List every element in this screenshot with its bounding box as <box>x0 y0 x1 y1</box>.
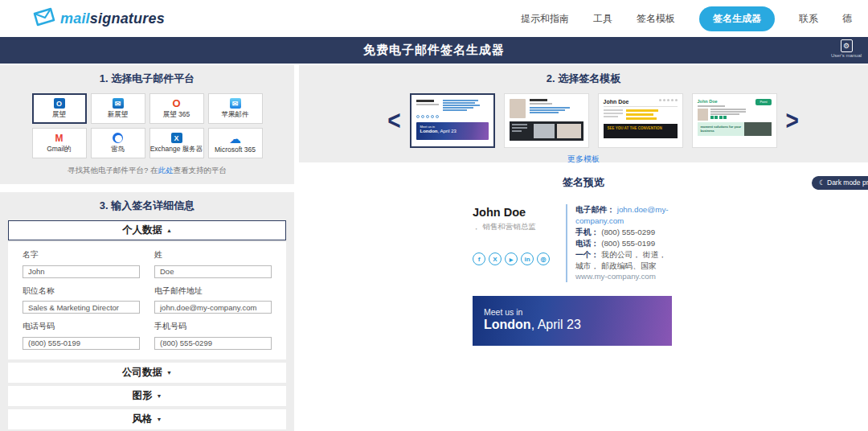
platform-tile-apple-mail[interactable]: ✉ 苹果邮件 <box>208 93 263 124</box>
mini-photo <box>510 99 526 118</box>
preview-job-title: ， 销售和营销总监 <box>473 222 566 232</box>
template-thumb-photo[interactable] <box>504 93 589 148</box>
mini-green-banner: moment solutions for your business <box>698 122 772 136</box>
contact-address: 一个： 我的公司， 街道， 城市， 邮政编码、国家 <box>575 249 674 272</box>
template-thumb-convention[interactable]: John Doe SEE YOU AT THE CONVENTION <box>598 93 683 148</box>
email-input[interactable] <box>154 301 272 314</box>
mobile-input[interactable] <box>154 337 272 350</box>
platform-tile-thunderbird[interactable]: 雷鸟 <box>91 128 145 158</box>
logo[interactable]: mailsignatures <box>32 7 165 30</box>
envelope-logo-icon <box>32 7 56 30</box>
platform-tile-new-outlook[interactable]: ✉ 新展望 <box>91 93 145 124</box>
first-name-label: 名字 <box>23 249 140 261</box>
dark-mode-toggle[interactable]: ☾ Dark mode preview <box>812 176 868 190</box>
nav-contact[interactable]: 联系 <box>799 12 818 26</box>
platform-tile-microsoft365[interactable]: ☁ Microsoft 365 <box>208 128 263 158</box>
nav-tips-guides[interactable]: 提示和指南 <box>521 12 569 26</box>
supported-platforms-link[interactable]: 此处 <box>158 166 173 174</box>
moon-icon: ☾ <box>819 179 825 187</box>
mini-london-banner: Meet us in London, April 23 <box>416 122 489 140</box>
mobile-label: 手机号码 <box>154 321 272 332</box>
accordion-graphics[interactable]: 图形 ▼ <box>8 386 286 406</box>
preview-name: John Doe <box>473 206 566 219</box>
linkedin-icon[interactable]: in <box>521 252 534 265</box>
field-job-title: 职位名称 <box>23 285 140 314</box>
platform-tile-gmail[interactable]: M Gmail的 <box>32 128 87 158</box>
nav-signature-templates[interactable]: 签名模板 <box>637 12 675 26</box>
platform-tile-outlook365[interactable]: O 展望 365 <box>149 93 204 124</box>
banner-city: London <box>484 318 531 331</box>
contact-email: 电子邮件： john.doe@my-company.com <box>575 204 674 227</box>
details-section-title: 3. 输入签名详细信息 <box>8 192 286 220</box>
platform-tile-outlook[interactable]: O 展望 <box>32 93 87 124</box>
caret-up-icon: ▲ <box>166 228 172 233</box>
template-thumb-green[interactable]: John Doe Point moment solutions for your… <box>692 93 777 148</box>
preview-social-row: f X ▶ in ◎ <box>473 252 566 265</box>
mini-name: John Doe <box>604 99 629 105</box>
mini-photo <box>698 109 708 121</box>
caret-down-icon: ▼ <box>166 370 172 376</box>
signature-preview: John Doe ， 销售和营销总监 f X ▶ in ◎ 电子邮件： john… <box>473 204 674 346</box>
x-twitter-icon[interactable]: X <box>489 252 502 265</box>
accordion-personal-data[interactable]: 个人数据 ▲ <box>8 220 286 240</box>
accordion-label: 风格 <box>133 413 153 426</box>
nav-signature-generator[interactable]: 签名生成器 <box>699 6 775 31</box>
email-label: 电子邮件地址 <box>154 285 272 297</box>
field-phone: 电话号码 <box>23 321 140 350</box>
platform-label: 雷鸟 <box>111 145 125 154</box>
platform-label: 展望 <box>52 110 66 120</box>
help-suffix: 查看支持的平台 <box>173 166 227 174</box>
logo-signatures: signatures <box>90 10 165 27</box>
preview-contact-block: 电子邮件： john.doe@my-company.com 手机： (800) … <box>566 204 674 282</box>
phone-input[interactable] <box>23 337 140 350</box>
platform-section: 1. 选择电子邮件平台 O 展望 ✉ 新展望 O 展望 365 ✉ 苹果邮件 <box>0 65 294 184</box>
banner-date: , April 23 <box>531 318 581 331</box>
next-template-button[interactable]: > <box>786 107 799 134</box>
platform-label: 新展望 <box>108 110 129 120</box>
banner-intro: Meet us in <box>484 307 672 317</box>
more-templates-link[interactable]: 更多模板 <box>299 154 868 165</box>
accordion-style[interactable]: 风格 ▼ <box>8 409 286 429</box>
template-carousel: < Meet us in London, April 23 <box>318 93 868 148</box>
gmail-icon: M <box>55 133 63 144</box>
users-manual-button[interactable]: ⚙ User's manual <box>828 39 865 58</box>
accordion-label: 公司数据 <box>122 366 162 380</box>
platform-tile-exchange[interactable]: X Exchange 服务器 <box>149 128 204 158</box>
youtube-icon[interactable]: ▶ <box>505 252 518 265</box>
first-name-input[interactable] <box>23 265 140 278</box>
office365-icon: O <box>172 97 180 109</box>
field-mobile: 手机号码 <box>154 321 272 350</box>
logo-text: mailsignatures <box>60 10 165 27</box>
platform-label: Exchange 服务器 <box>150 145 203 154</box>
new-outlook-icon: ✉ <box>113 98 124 109</box>
prev-template-button[interactable]: < <box>387 107 400 134</box>
top-header: mailsignatures 提示和指南 工具 签名模板 签名生成器 联系 德 <box>0 0 868 37</box>
page-title: 免费电子邮件签名生成器 <box>363 43 505 58</box>
instagram-icon[interactable]: ◎ <box>537 252 550 265</box>
nav-language[interactable]: 德 <box>842 12 852 26</box>
accordion-company-data[interactable]: 公司数据 ▼ <box>8 363 286 383</box>
main-content: 1. 选择电子邮件平台 O 展望 ✉ 新展望 O 展望 365 ✉ 苹果邮件 <box>0 64 868 431</box>
help-prefix: 寻找其他电子邮件平台? 在 <box>68 166 158 174</box>
caret-down-icon: ▼ <box>157 417 162 422</box>
job-title-label: 职位名称 <box>23 285 140 297</box>
contact-website: www.my-company.com <box>575 271 674 282</box>
mini-social-icons <box>659 99 678 105</box>
exchange-icon: X <box>171 133 182 143</box>
nav-tools[interactable]: 工具 <box>593 12 612 26</box>
microsoft365-cloud-icon: ☁ <box>229 133 241 145</box>
job-title-input[interactable] <box>23 301 140 314</box>
left-column: 1. 选择电子邮件平台 O 展望 ✉ 新展望 O 展望 365 ✉ 苹果邮件 <box>0 65 294 431</box>
dark-mode-label: Dark mode preview <box>827 179 868 187</box>
platform-section-title: 1. 选择电子邮件平台 <box>0 65 294 93</box>
contact-mobile: 手机： (800) 555-0299 <box>575 227 674 238</box>
platform-label: 苹果邮件 <box>222 110 249 120</box>
field-email: 电子邮件地址 <box>154 285 272 314</box>
signature-details-section: 3. 输入签名详细信息 个人数据 ▲ 名字 姓 职位名称 <box>0 192 294 431</box>
facebook-icon[interactable]: f <box>473 252 485 265</box>
platform-help-text: 寻找其他电子邮件平台? 在此处查看支持的平台 <box>0 166 294 176</box>
mini-name: John Doe <box>698 99 725 104</box>
last-name-input[interactable] <box>154 265 272 278</box>
template-thumb-london[interactable]: Meet us in London, April 23 <box>410 93 495 148</box>
contact-phone: 电话： (800) 555-0199 <box>575 238 674 249</box>
